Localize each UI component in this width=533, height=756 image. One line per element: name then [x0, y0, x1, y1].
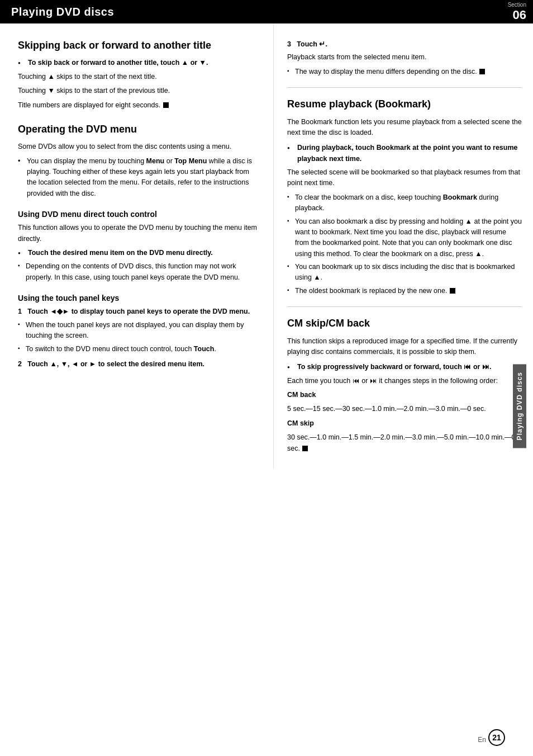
section-number: 06 [513, 8, 526, 22]
resume-sq3: You can bookmark up to six discs includi… [287, 262, 522, 284]
dvd-menu-bullet1: You can display the menu by touching Men… [18, 156, 260, 200]
section-badge: Section 06 [508, 2, 526, 22]
cm-back-steps: 5 sec.—15 sec.—30 sec.—1.0 min.—2.0 min.… [287, 404, 522, 414]
resume-p1: The Bookmark function lets you resume pl… [287, 117, 522, 139]
cm-skip-steps: 30 sec.—1.0 min.—1.5 min.—2.0 min.—3.0 m… [287, 432, 522, 454]
skipping-p1: Touching ▲ skips to the start of the nex… [18, 72, 260, 82]
direct-touch-sq1: Depending on the contents of DVD discs, … [18, 261, 260, 283]
cm-title: CM skip/CM back [287, 317, 522, 330]
page-number: 21 [488, 729, 505, 746]
stop-icon-1 [163, 102, 169, 108]
right-column: 3 Touch ↵. Playback starts from the sele… [274, 23, 533, 469]
step1-sq2: To switch to the DVD menu direct touch c… [18, 344, 260, 355]
step3-p1: Playback starts from the selected menu i… [287, 52, 522, 63]
skipping-p2: Touching ▼ skips to the start of the pre… [18, 86, 260, 96]
skipping-bullet: To skip back or forward to another title… [18, 58, 260, 68]
dvd-menu-title: Operating the DVD menu [18, 123, 260, 136]
en-label: En [478, 736, 486, 744]
cm-skip-label: CM skip [287, 418, 522, 429]
side-label-container: Playing DVD discs [512, 112, 527, 700]
header-bar: Playing DVD discs Section 06 [0, 0, 533, 23]
divider-2 [287, 306, 522, 307]
step2-line: 2 Touch ▲, ▼, ◄ or ► to select the desir… [18, 359, 260, 370]
skipping-p3: Title numbers are displayed for eight se… [18, 100, 260, 111]
page-title: Playing DVD discs [11, 6, 114, 18]
cm-back-label: CM back [287, 390, 522, 400]
resume-sq1: To clear the bookmark on a disc, keep to… [287, 192, 522, 214]
cm-bullet: To skip progressively backward or forwar… [287, 362, 522, 372]
direct-touch-p1: This function allows you to operate the … [18, 223, 260, 244]
step3-sq1: The way to display the menu differs depe… [287, 67, 522, 77]
dvd-menu-p1: Some DVDs allow you to select from the d… [18, 141, 260, 152]
cm-p2: Each time you touch ⏮ or ⏭ it changes st… [287, 376, 522, 386]
resume-sq4: The oldest bookmark is replaced by the n… [287, 286, 522, 296]
stop-icon-4 [302, 446, 308, 451]
stop-icon-2 [479, 69, 485, 74]
resume-title: Resume playback (Bookmark) [287, 98, 522, 111]
content-wrapper: Skipping back or forward to another titl… [0, 23, 533, 469]
divider-1 [287, 87, 522, 88]
left-column: Skipping back or forward to another titl… [0, 23, 274, 469]
step3-line: 3 Touch ↵. [287, 39, 522, 50]
direct-touch-title: Using DVD menu direct touch control [18, 209, 260, 219]
touch-panel-title: Using the touch panel keys [18, 293, 260, 303]
step1-sq1: When the touch panel keys are not displa… [18, 320, 260, 342]
resume-sq2: You can also bookmark a disc by pressing… [287, 216, 522, 260]
resume-p2: The selected scene will be bookmarked so… [287, 167, 522, 189]
stop-icon-3 [450, 288, 455, 294]
direct-touch-bullet: Touch the desired menu item on the DVD m… [18, 248, 260, 258]
cm-p1: This function skips a reproduced image f… [287, 336, 522, 358]
step1-line: 1 Touch ◄◆► to display touch panel keys … [18, 306, 260, 317]
skipping-title: Skipping back or forward to another titl… [18, 39, 260, 52]
resume-bullet: During playback, touch Bookmark at the p… [287, 143, 522, 164]
side-label: Playing DVD discs [513, 364, 526, 448]
dvd-menu-bullet-list: You can display the menu by touching Men… [18, 156, 260, 200]
